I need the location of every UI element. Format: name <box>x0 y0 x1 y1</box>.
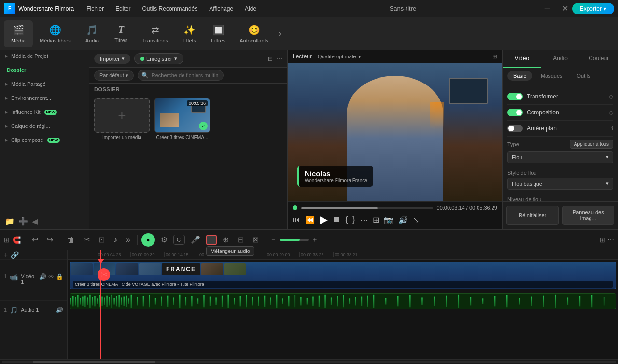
sidebar-item-clip-compose[interactable]: ▶ Clip composé NEW <box>0 134 89 146</box>
menu-fichier[interactable]: Fichier <box>82 3 109 14</box>
mark-out-button[interactable]: } <box>352 215 355 224</box>
sidebar-item-media-de-projet[interactable]: ▶ Média de Projet <box>0 50 89 62</box>
cut-button[interactable]: ✂ <box>81 233 93 246</box>
tab-video[interactable]: Vidéo <box>503 50 541 68</box>
sort-button[interactable]: Par défaut ▾ <box>94 70 134 81</box>
stop-button[interactable]: ⏹ <box>333 215 340 224</box>
subtab-outils[interactable]: Outils <box>571 71 596 81</box>
video-clip[interactable]: FRANCE Créer 3 titres CINEMATIC de VOYAG… <box>70 262 616 289</box>
audio-vol-icon[interactable]: 🔊 <box>56 307 63 313</box>
menu-affichage[interactable]: Affichage <box>204 3 238 14</box>
snapshot-button[interactable]: 📷 <box>384 215 393 224</box>
more-controls[interactable]: ⋯ <box>360 215 368 224</box>
menu-aide[interactable]: Aide <box>240 3 261 14</box>
crop-button[interactable]: ⊡ <box>96 233 108 246</box>
minimize-icon[interactable]: ─ <box>545 4 550 13</box>
prev-frame-button[interactable]: ⏮ <box>293 215 300 224</box>
split-button[interactable]: ⊕ <box>220 233 232 246</box>
expand-icon[interactable]: ⊞ <box>492 53 497 60</box>
transformer-diamond[interactable]: ◇ <box>609 93 613 100</box>
progress-track[interactable] <box>301 207 433 209</box>
flou-basique-dropdown[interactable]: Flou basique ▾ <box>507 178 613 190</box>
sidebar-item-influence-kit[interactable]: ▶ Influence Kit NEW <box>0 106 89 118</box>
redo-button[interactable]: ↪ <box>44 233 56 246</box>
more2-button[interactable]: ⤡ <box>413 215 419 224</box>
step-back-button[interactable]: ⏪ <box>305 215 315 224</box>
composition-toggle[interactable] <box>507 109 523 116</box>
more-button[interactable]: » <box>123 234 133 246</box>
mark-in-button[interactable]: { <box>345 215 348 224</box>
toolbar-titres[interactable]: T Titres <box>107 20 136 47</box>
tab-audio[interactable]: Audio <box>541 50 580 68</box>
toolbar-more[interactable]: › <box>275 25 284 42</box>
audio-button[interactable]: ♪ <box>111 234 120 246</box>
track-body[interactable]: 00:00:04:25 00:00:09:30 00:00:14:15 00:0… <box>68 250 618 359</box>
overlay-button[interactable]: ⊟ <box>235 233 247 246</box>
audio-track-area[interactable] <box>68 292 618 310</box>
sidebar-item-dossier[interactable]: Dossier <box>0 64 89 76</box>
menu-editer[interactable]: Editer <box>111 3 135 14</box>
search-input[interactable] <box>138 70 224 81</box>
media-item-video[interactable]: 00:05:36 ✓ Créer 3 titres CINEMA... <box>154 98 210 140</box>
progress-bar[interactable]: 00:00:03:14 / 00:05:36:29 <box>293 205 497 210</box>
toolbar-audio[interactable]: 🎵 Audio <box>78 20 107 47</box>
sidebar-item-calque[interactable]: ▶ Calque de régl... <box>0 120 89 132</box>
screen-button[interactable]: ⊠ <box>250 233 262 246</box>
timeline-scrollbar[interactable] <box>0 359 618 364</box>
toolbar-media[interactable]: 🎬 Média <box>4 20 33 47</box>
play-button[interactable]: ▶ <box>320 213 328 226</box>
flou-dropdown[interactable]: Flou ▾ <box>507 151 613 163</box>
sidebar-item-environnement[interactable]: ▶ Environnement... <box>0 92 89 104</box>
toolbar-effets[interactable]: ✨ Effets <box>175 20 204 47</box>
video-track-area[interactable]: FRANCE Créer 3 titres CINEMATIC de VOYAG… <box>68 260 618 291</box>
mixer-button[interactable]: ≡ <box>206 235 217 245</box>
menu-outils[interactable]: Outils Recommandés <box>138 3 203 14</box>
arriere-plan-toggle[interactable] <box>507 125 523 132</box>
volume-button[interactable]: 🔊 <box>398 215 408 224</box>
close-icon[interactable]: ✕ <box>562 4 568 13</box>
volume-slider[interactable] <box>280 239 309 241</box>
settings-button[interactable]: ⚙ <box>158 233 170 246</box>
composition-diamond[interactable]: ◇ <box>609 109 613 116</box>
media-item-import[interactable]: + Importer un média <box>94 98 150 140</box>
quality-selector[interactable]: Qualité optimale ▾ <box>318 54 361 60</box>
add-folder-icon[interactable]: 📁 <box>5 217 14 226</box>
link-icon[interactable]: 🔗 <box>11 251 19 259</box>
fullscreen-button[interactable]: ⊞ <box>373 215 379 224</box>
clip-button[interactable]: ⬡ <box>173 235 185 245</box>
toolbar-filtres[interactable]: 🔲 Filtres <box>204 20 233 47</box>
reset-button[interactable]: Réinitialiser <box>506 206 559 225</box>
record-timeline-button[interactable]: ● <box>141 233 155 247</box>
toolbar-medias-libres[interactable]: 🌐 Médias libres <box>33 20 78 47</box>
filter-icon[interactable]: ⊟ <box>268 56 273 62</box>
add-track-icon[interactable]: + <box>4 251 8 259</box>
export-button[interactable]: Exporter ▾ <box>572 3 614 14</box>
collapse-icon[interactable]: ◀ <box>32 217 38 226</box>
track-vol-icon[interactable]: 🔊 <box>39 273 46 280</box>
import-button[interactable]: Importer ▾ <box>94 54 130 64</box>
tab-couleur[interactable]: Couleur <box>579 50 618 68</box>
undo-button[interactable]: ↩ <box>29 233 41 246</box>
track-lock-icon[interactable]: 🔒 <box>56 273 63 280</box>
volume-minus-icon[interactable]: － <box>270 236 277 244</box>
subtab-basic[interactable]: Basic <box>507 71 532 81</box>
mic-button[interactable]: 🎤 <box>188 233 203 246</box>
scrollbar-thumb[interactable] <box>33 361 155 363</box>
magnet-icon[interactable]: 🧲 <box>13 236 21 244</box>
more-icon[interactable]: ⋯ <box>277 56 282 62</box>
add-item-icon[interactable]: ➕ <box>18 217 28 226</box>
toolbar-autocollants[interactable]: 😊 Autocollants <box>233 20 275 47</box>
info-icon[interactable]: ℹ <box>611 126 613 132</box>
record-button[interactable]: Enregistrer ▾ <box>134 53 183 64</box>
delete-button[interactable]: 🗑 <box>64 234 78 246</box>
apply-all-button[interactable]: Appliquer à tous <box>570 140 613 149</box>
subtab-masques[interactable]: Masques <box>535 71 568 81</box>
scrollbar-track[interactable] <box>2 361 616 363</box>
track-eye-icon[interactable]: 👁 <box>48 273 54 280</box>
transformer-toggle[interactable] <box>507 93 523 100</box>
toolbar-transitions[interactable]: ⇄ Transitions <box>136 20 175 47</box>
volume-plus-icon[interactable]: ＋ <box>311 236 318 244</box>
restore-icon[interactable]: □ <box>554 5 558 13</box>
sidebar-item-media-partage[interactable]: ▶ Média Partagé <box>0 78 89 90</box>
grid-icon[interactable]: ⊞ <box>600 236 605 244</box>
